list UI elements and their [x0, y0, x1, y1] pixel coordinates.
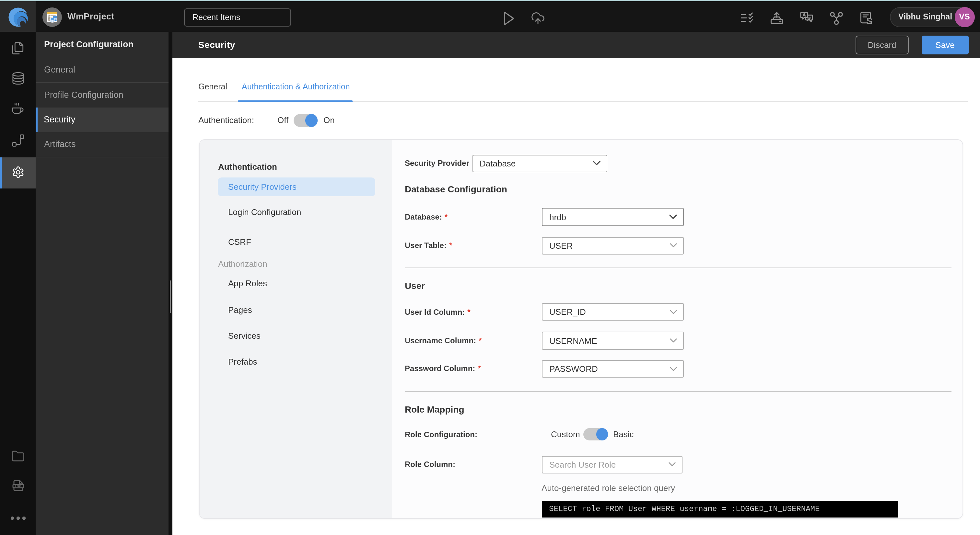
svg-text:LOG: LOG	[14, 484, 21, 488]
